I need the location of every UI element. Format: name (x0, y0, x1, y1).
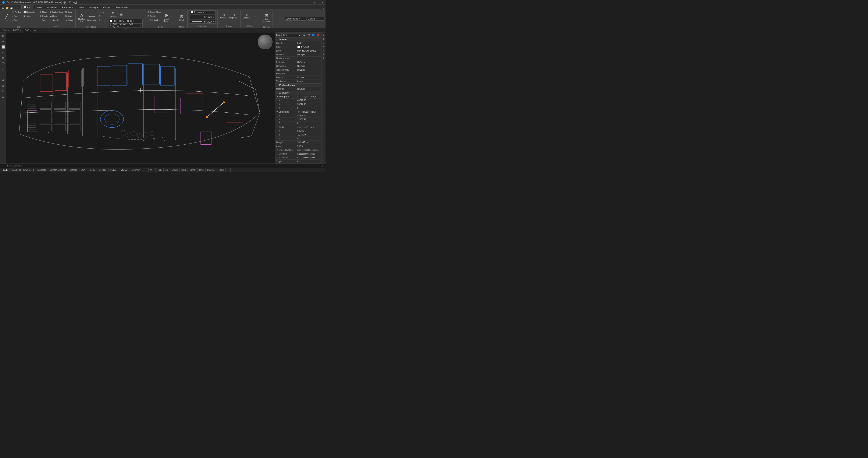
status-lockui[interactable]: LOCKUI (206, 168, 217, 172)
canvas-area[interactable] (6, 32, 275, 164)
ann-btn2[interactable]: ⊡ (98, 14, 105, 18)
curve-tool[interactable]: ∿ (1, 50, 6, 55)
props-slope-row[interactable]: Slope 0 (275, 160, 321, 164)
blocks-more-btn[interactable]: ⋯ (171, 10, 175, 14)
dwg-compare-button[interactable]: ⊡ DwgCompare (262, 10, 271, 25)
status-grid[interactable]: GRID (88, 168, 97, 172)
hatch-button[interactable]: ▦ Hatch (23, 14, 36, 18)
status-rt[interactable]: RT (142, 168, 149, 172)
rt-btn-7[interactable]: f (322, 56, 325, 60)
status-ducs[interactable]: DUCS (170, 168, 180, 172)
props-angle-row[interactable]: Angle 292.5 (275, 144, 321, 148)
props-startx-row[interactable]: X 44717.23 (275, 98, 321, 103)
tab-view[interactable]: View (76, 5, 87, 9)
props-endy-row[interactable]: Y 22006.97 (275, 118, 321, 121)
rt-btn-4[interactable]: ⊞ (322, 45, 325, 48)
status-dyn[interactable]: DYN (180, 168, 188, 172)
ann-expand-btn[interactable]: ⟸⟹ (98, 10, 105, 14)
status-none[interactable]: None (217, 168, 226, 172)
dimension-button[interactable]: ⟺ Dimension (87, 10, 97, 25)
props-hyperlink-row[interactable]: Hyperlink (275, 72, 321, 76)
props-pin-icon[interactable]: 📌 (316, 33, 320, 37)
mirror-button[interactable]: ⇌ Mirror (49, 14, 64, 18)
props-linetype-scale-row[interactable]: Linetype scale 1 (275, 57, 321, 60)
status-dimstyle[interactable]: Custom DimStyle (48, 168, 68, 172)
status-coords[interactable]: 319363.18, 42420.81, 0 (10, 168, 36, 172)
status-strack[interactable]: STRACK (130, 168, 142, 172)
props-endz-row[interactable]: Z 0 (275, 121, 321, 125)
layers-btn[interactable]: ⊞ Layers... (109, 10, 118, 19)
status-hka[interactable]: HKA (197, 168, 206, 172)
doc-tab-start-close[interactable]: × (8, 29, 9, 31)
tab-output[interactable]: Output (101, 5, 113, 9)
multiline-text-button[interactable]: A MultilineText (78, 10, 86, 25)
command-input[interactable] (23, 165, 65, 167)
blockify-button[interactable]: ⊡ Blockify (147, 14, 162, 18)
props-deltay-row[interactable]: Y -2235.19 (275, 133, 321, 137)
tab-home[interactable]: Home (22, 5, 33, 9)
help-btn[interactable]: ? (323, 6, 324, 9)
props-length-row[interactable]: Length 241.935 cm (275, 141, 321, 144)
rt-btn-1[interactable]: ≡ (322, 33, 325, 37)
utilities-plus-button[interactable]: + (252, 10, 258, 22)
tab-parametric[interactable]: Parametric (59, 5, 76, 9)
props-lineweight-row[interactable]: Lineweight ByLayer (275, 64, 321, 68)
linetype-dropdown[interactable]: ByLayer ▼ (190, 15, 216, 19)
close-button[interactable]: ✕ (321, 1, 324, 4)
props-history-row[interactable]: History Current (275, 76, 321, 80)
status-wt[interactable]: WT (149, 168, 156, 172)
lineweight-dropdown[interactable]: ByLayer ▼ (190, 20, 216, 24)
scale-button[interactable]: ⊡ Scale (64, 14, 74, 18)
rectangle-tool[interactable]: ⬜ (1, 44, 6, 49)
view-layer-dropdown[interactable]: 👁 ACAD_VIEWS_Level 0_...secti... ▼ (109, 23, 143, 27)
color-dropdown[interactable]: ByLayer ▼ (190, 10, 216, 14)
draw-tool[interactable]: ✏ (1, 39, 6, 44)
status-standard[interactable]: Standard (36, 168, 48, 172)
copy-button[interactable]: ⊞ Copy (64, 10, 74, 14)
qat-save-btn[interactable]: 💾 (9, 6, 13, 9)
layers-prop-btn[interactable]: ⊡ (118, 10, 125, 19)
workspace-dropdown[interactable]: Drafting ▼ (307, 17, 324, 21)
status-polar[interactable]: POLAR (108, 168, 119, 172)
props-icon-1[interactable]: ≡ (302, 33, 306, 37)
qat-menu-btn[interactable]: ☰ (1, 6, 5, 9)
status-tile[interactable]: TILE (156, 168, 164, 172)
create-block-button[interactable]: ⊞ Create Block (147, 10, 162, 14)
props-linetype-row[interactable]: Linetype ByLayer (275, 53, 321, 57)
doc-tab-site-close[interactable]: × (30, 29, 31, 31)
doc-tab-start[interactable]: Start × (1, 28, 11, 32)
doc-tab-site[interactable]: Site* × (23, 28, 33, 32)
status-quad[interactable]: QUAD (188, 168, 197, 172)
extend-button[interactable]: ⇥ Extend (64, 18, 74, 22)
props-maximum-row[interactable]: Maximum 0.000000000026 mm (275, 156, 321, 160)
props-material-row[interactable]: Material ByLayer (275, 87, 321, 91)
props-minimum-row[interactable]: Minimum 0.000000000026 mm (275, 152, 321, 156)
status-scale[interactable]: 1:1 (164, 168, 170, 172)
layer-dropdown[interactable]: BIM_ROOM_LINES ▼ (109, 19, 143, 23)
doc-tab-add-button[interactable]: + (33, 28, 37, 32)
tab-manage[interactable]: Manage (87, 5, 101, 9)
circle-tool[interactable]: ⊙ (1, 55, 6, 60)
tab-annotate[interactable]: Annotate (44, 5, 59, 9)
edit-block-button[interactable]: ✏ Edit Block▾ (147, 18, 162, 22)
cut-tool[interactable]: ✂ (1, 88, 6, 93)
props-icon-3[interactable]: 🔵 (311, 33, 315, 37)
props-deltax-row[interactable]: X 925.85 (275, 129, 321, 133)
props-endx-row[interactable]: X 45643.07 (275, 114, 321, 118)
props-transparency-row[interactable]: Transparency ByLayer (275, 68, 321, 72)
move-button[interactable]: ✛ Move (39, 10, 49, 14)
ungroup-button[interactable]: ⊡ Ungroup... (228, 10, 239, 22)
rt-btn-2[interactable]: ◫ (322, 37, 325, 40)
command-scroll-btn[interactable]: ▲ (322, 165, 324, 167)
grid-tool[interactable]: ⊞ (1, 83, 6, 88)
props-startz-row[interactable]: Z 0 (275, 106, 321, 110)
crosshair-tool[interactable]: ◈ (1, 77, 6, 83)
minimize-button[interactable]: ─ (313, 1, 316, 4)
more-draw-button[interactable]: ⋯ (23, 18, 36, 22)
insert-block-button[interactable]: ⊕ InsertBlock... (162, 10, 170, 25)
status-indicator[interactable]: ● (226, 168, 230, 172)
props-dropdown[interactable]: Line (281, 33, 301, 37)
props-starty-row[interactable]: Y 24242.16 (275, 103, 321, 106)
stretch-button[interactable]: ↔ Stretch (49, 18, 64, 22)
ann-btn3[interactable]: ⊕ (98, 18, 105, 22)
